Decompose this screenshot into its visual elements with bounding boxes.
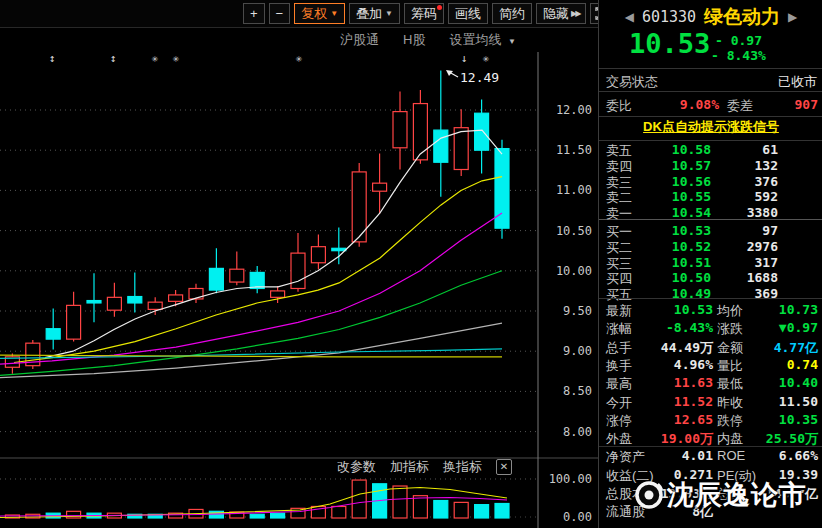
trade-status-label: 交易状态 bbox=[606, 73, 658, 91]
stat-value: 4.77亿 bbox=[774, 339, 818, 357]
y-axis-label: 8.00 bbox=[563, 425, 592, 439]
prev-stock-arrow[interactable]: ◀ bbox=[625, 10, 634, 24]
quote-panel: ◀ 601330 绿色动力 ▶ 10.53 - 0.97 - 8.43% 交易状… bbox=[598, 0, 822, 528]
watermark-text: 沈辰逸论市 bbox=[667, 477, 807, 513]
event-marker-icon: ✳ bbox=[483, 52, 490, 65]
stat-label: 涨停 bbox=[606, 412, 632, 430]
buy-row-1[interactable]: 买一10.5397 bbox=[599, 223, 822, 239]
stat-label: 跌停 bbox=[717, 412, 743, 430]
stat-value: 44.49万 bbox=[661, 339, 713, 357]
level-volume: 1688 bbox=[747, 270, 778, 285]
zoom-out-button-label: − bbox=[276, 4, 284, 23]
add-indicator-link[interactable]: 加指标 bbox=[390, 458, 429, 476]
candle-body bbox=[230, 269, 244, 282]
hshare-link[interactable]: H股 bbox=[403, 31, 425, 49]
y-axis-label: 10.50 bbox=[556, 224, 592, 238]
stats-row-2: 总手44.49万金额4.77亿 bbox=[599, 339, 822, 357]
dk-signal-row: DK点自动提示涨跌信号 bbox=[599, 117, 822, 140]
overlay-button-label: 叠加 bbox=[356, 4, 382, 23]
stat-value: 12.65 bbox=[674, 412, 713, 427]
stat-value: 11.63 bbox=[674, 375, 713, 390]
buy-row-2[interactable]: 买二10.522976 bbox=[599, 239, 822, 255]
stat-label: 最新 bbox=[606, 302, 632, 320]
stat-label: 涨幅 bbox=[606, 320, 632, 338]
sell-row-4[interactable]: 卖四10.57132 bbox=[599, 158, 822, 174]
stat-value: 10.35 bbox=[779, 412, 818, 427]
overlay-button[interactable]: 叠加▼ bbox=[349, 3, 400, 24]
switch-indicator-link[interactable]: 换指标 bbox=[443, 458, 482, 476]
weibi-row: 委比 9.08% 委差 907 bbox=[599, 92, 822, 116]
sell-row-5[interactable]: 卖五10.5861 bbox=[599, 142, 822, 158]
stat-label: 今开 bbox=[606, 394, 632, 412]
hugutong-link[interactable]: 沪股通 bbox=[340, 31, 379, 49]
ma-line-ma5 bbox=[45, 130, 502, 358]
buy-row-3[interactable]: 买三10.51317 bbox=[599, 255, 822, 271]
stat-label: 最低 bbox=[717, 375, 743, 393]
draw-line-button-label: 画线 bbox=[455, 4, 481, 23]
stat-label: 金额 bbox=[717, 339, 743, 357]
draw-line-button[interactable]: 画线 bbox=[448, 3, 488, 24]
sell-row-2[interactable]: 卖二10.55592 bbox=[599, 189, 822, 205]
level-label: 卖一 bbox=[606, 205, 632, 223]
level-volume: 97 bbox=[762, 223, 778, 238]
change-params-link[interactable]: 改参数 bbox=[337, 458, 376, 476]
event-marker-icon: ✳ bbox=[296, 52, 303, 65]
stat-value: 6.66% bbox=[779, 448, 818, 463]
candle-body bbox=[46, 329, 60, 339]
candle-body bbox=[332, 248, 346, 250]
stats-row-3: 换手4.96%量比0.74 bbox=[599, 357, 822, 375]
hide-button[interactable]: 隐藏▶▶ bbox=[536, 3, 586, 24]
dk-signal-link[interactable]: DK点自动提示涨跌信号 bbox=[643, 119, 779, 134]
candle-body bbox=[311, 247, 325, 263]
volume-bar bbox=[332, 506, 346, 518]
ma-settings-link[interactable]: 设置均线 ▼ bbox=[449, 31, 516, 49]
vol-axis-label: 0.00 bbox=[563, 510, 592, 524]
candle-body bbox=[373, 183, 387, 191]
sell-row-1[interactable]: 卖一10.543380 bbox=[599, 205, 822, 221]
weicha-label: 委差 bbox=[727, 97, 753, 115]
candle-body bbox=[189, 288, 203, 298]
level-price: 10.58 bbox=[672, 142, 711, 157]
kline-chart[interactable]: 12.0011.5011.0010.5010.009.509.008.508.0… bbox=[0, 0, 598, 528]
level-price: 10.51 bbox=[672, 255, 711, 270]
chips-button[interactable]: 筹码 bbox=[404, 3, 444, 24]
stat-label: 净资产 bbox=[606, 448, 645, 466]
vol-axis-label: 100.00 bbox=[549, 472, 592, 486]
zoom-in-button[interactable]: + bbox=[243, 3, 265, 24]
chips-button-label: 筹码 bbox=[411, 4, 437, 23]
y-axis-label: 12.00 bbox=[556, 103, 592, 117]
buy-row-5[interactable]: 买五10.49369 bbox=[599, 286, 822, 302]
stat-value: 4.96% bbox=[674, 357, 713, 372]
level-volume: 61 bbox=[762, 142, 778, 157]
level-volume: 2976 bbox=[747, 239, 778, 254]
close-indicator-button[interactable]: ✕ bbox=[496, 459, 512, 475]
volume-bar bbox=[271, 513, 285, 518]
adjust-price-button-label: 复权 bbox=[301, 4, 327, 23]
level-price: 10.53 bbox=[672, 223, 711, 238]
y-axis-label: 11.00 bbox=[556, 183, 592, 197]
level-volume: 317 bbox=[755, 255, 778, 270]
event-marker-icon: ✳ bbox=[173, 52, 180, 65]
stock-code: 601330 bbox=[642, 8, 696, 26]
sell-row-3[interactable]: 卖三10.56376 bbox=[599, 174, 822, 190]
hide-button-label: 隐藏 bbox=[543, 4, 569, 23]
chevron-down-icon: ▼ bbox=[330, 4, 338, 23]
ma-line-ma10 bbox=[14, 177, 502, 363]
stats-row-1: 涨幅-8.43%涨跌▼0.97 bbox=[599, 320, 822, 338]
candle-body bbox=[128, 297, 142, 303]
stat-value: 10.53 bbox=[674, 302, 713, 317]
zoom-out-button[interactable]: − bbox=[269, 3, 291, 24]
stat-value: 11.50 bbox=[779, 394, 818, 409]
stat-value: 10.73 bbox=[779, 302, 818, 317]
simple-mode-button[interactable]: 简约 bbox=[492, 3, 532, 24]
stats-row-8: 净资产4.01ROE6.66% bbox=[599, 448, 822, 466]
next-stock-arrow[interactable]: ▶ bbox=[788, 10, 797, 24]
weibi-label: 委比 bbox=[606, 97, 632, 115]
candle-body bbox=[434, 130, 448, 162]
stat-label: 换手 bbox=[606, 357, 632, 375]
level-price: 10.52 bbox=[672, 239, 711, 254]
stock-header: ◀ 601330 绿色动力 ▶ bbox=[599, 6, 822, 28]
adjust-price-button[interactable]: 复权▼ bbox=[294, 3, 345, 24]
buy-row-4[interactable]: 买四10.501688 bbox=[599, 270, 822, 286]
level-price: 10.57 bbox=[672, 158, 711, 173]
